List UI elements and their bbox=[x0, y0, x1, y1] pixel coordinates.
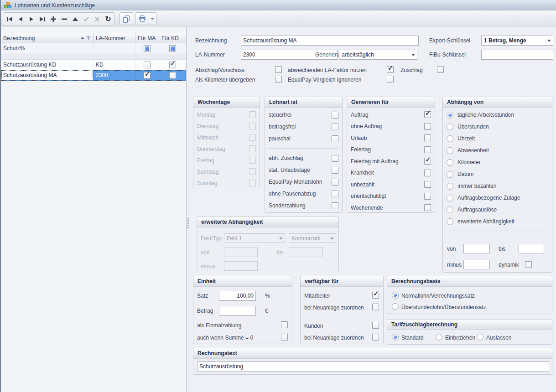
lohnart-checkbox[interactable] bbox=[332, 124, 338, 130]
print-options-button[interactable] bbox=[149, 12, 156, 25]
lohnart-checkbox[interactable] bbox=[332, 202, 338, 209]
abhaengig-option[interactable]: Kilometer bbox=[447, 156, 548, 168]
fuer-ma-checkbox[interactable] bbox=[144, 62, 151, 68]
kunden-checkbox[interactable] bbox=[372, 322, 379, 329]
print-button[interactable] bbox=[135, 12, 149, 25]
first-record-button[interactable] bbox=[4, 14, 15, 25]
kd-neuanlage-checkbox[interactable] bbox=[372, 334, 379, 340]
typ-combo[interactable]: Kommazahl bbox=[289, 233, 336, 243]
table-row-selected[interactable]: Schutzausrüstung MA 2300 bbox=[1, 70, 186, 81]
fuer-kd-checkbox[interactable] bbox=[169, 72, 176, 79]
generieren-checkbox[interactable] bbox=[424, 170, 431, 176]
abhaengig-option[interactable]: tägliche Arbeitsstunden bbox=[447, 109, 548, 121]
chevron-down-icon[interactable] bbox=[410, 50, 417, 59]
radio-button[interactable] bbox=[392, 292, 399, 299]
column-header-fuer-ma[interactable]: Für MA bbox=[135, 33, 159, 43]
fuer-ma-checkbox[interactable] bbox=[144, 45, 151, 52]
lohnart-checkbox[interactable] bbox=[332, 191, 338, 197]
rechnungstext-input[interactable] bbox=[197, 361, 549, 371]
radio-button[interactable] bbox=[447, 147, 453, 154]
radio-button[interactable] bbox=[447, 195, 453, 201]
radio-button[interactable] bbox=[447, 171, 453, 178]
radio-button[interactable] bbox=[392, 334, 399, 340]
weekday-checkbox[interactable] bbox=[249, 180, 256, 186]
radio-button[interactable] bbox=[447, 124, 453, 130]
abschlag-checkbox[interactable] bbox=[275, 66, 282, 73]
previous-record-button[interactable] bbox=[15, 14, 26, 25]
column-header-bezeichnung[interactable]: Bezeichnung bbox=[1, 33, 94, 43]
chevron-down-icon[interactable] bbox=[546, 36, 553, 45]
mitarbeiter-checkbox[interactable] bbox=[372, 292, 379, 299]
abhaengig-option[interactable]: Uhrzeit bbox=[447, 133, 548, 144]
weekday-checkbox[interactable] bbox=[249, 157, 256, 164]
weekday-checkbox[interactable] bbox=[249, 168, 256, 175]
generieren-checkbox[interactable] bbox=[424, 181, 431, 188]
radio-button[interactable] bbox=[447, 206, 453, 213]
generieren-checkbox[interactable] bbox=[424, 204, 431, 211]
bis-input[interactable] bbox=[289, 248, 323, 257]
equalpay-checkbox[interactable] bbox=[387, 76, 394, 83]
generierung-combo[interactable]: arbeitstäglich bbox=[339, 50, 417, 60]
abhaengig-option[interactable]: Datum bbox=[447, 168, 548, 180]
zuschlag-checkbox[interactable] bbox=[437, 66, 444, 73]
refresh-button[interactable]: ↻ bbox=[103, 14, 114, 25]
weekday-checkbox[interactable] bbox=[249, 111, 256, 118]
export-schluessel-combo[interactable]: 1 Betrag, Menge bbox=[481, 36, 553, 46]
von-input[interactable] bbox=[224, 248, 258, 257]
abhaengig-option[interactable]: Auftragsauslöse bbox=[447, 204, 548, 216]
lohnart-checkbox[interactable] bbox=[332, 112, 338, 119]
betrag-input[interactable] bbox=[219, 306, 256, 316]
table-row[interactable]: Schutzausrüstung KD KD bbox=[1, 60, 186, 70]
fuer-kd-checkbox[interactable] bbox=[169, 62, 176, 68]
post-changes-button[interactable] bbox=[81, 14, 92, 25]
generieren-checkbox[interactable] bbox=[424, 111, 431, 118]
column-header-fuer-kd[interactable]: Für KD bbox=[159, 33, 186, 43]
weekday-checkbox[interactable] bbox=[249, 134, 256, 141]
edit-record-button[interactable] bbox=[70, 14, 81, 25]
radio-button[interactable] bbox=[447, 112, 453, 119]
fuer-kd-checkbox[interactable] bbox=[169, 45, 176, 52]
abhaengig-option[interactable]: Auftragsbezogene Zulage bbox=[447, 192, 548, 204]
radio-button[interactable] bbox=[447, 159, 453, 166]
delete-record-button[interactable] bbox=[59, 14, 70, 25]
next-record-button[interactable] bbox=[26, 14, 37, 25]
lohnart-checkbox[interactable] bbox=[332, 167, 338, 174]
lohnart-checkbox[interactable] bbox=[332, 179, 338, 186]
table-row[interactable]: Schutz% bbox=[1, 43, 186, 54]
minus-input[interactable] bbox=[224, 261, 258, 271]
generieren-checkbox[interactable] bbox=[424, 146, 431, 153]
generieren-checkbox[interactable] bbox=[424, 134, 431, 141]
generieren-checkbox[interactable] bbox=[424, 158, 431, 165]
feld-combo[interactable]: Feld 1 bbox=[224, 233, 285, 243]
von-input[interactable] bbox=[463, 244, 490, 253]
abhaengig-option[interactable]: Überstunden bbox=[447, 121, 548, 133]
cancel-changes-button[interactable] bbox=[92, 14, 103, 25]
fibu-schluessel-input[interactable] bbox=[481, 50, 553, 60]
layout-splitter-handle[interactable] bbox=[187, 218, 189, 229]
radio-button[interactable] bbox=[477, 334, 483, 340]
kilometer-checkbox[interactable] bbox=[275, 76, 282, 83]
insert-record-button[interactable] bbox=[48, 14, 59, 25]
copy-button[interactable] bbox=[120, 12, 133, 25]
abhaengig-option[interactable]: erweiterte Abhängigkeit bbox=[447, 216, 548, 227]
filter-icon[interactable] bbox=[86, 36, 91, 41]
radio-button[interactable] bbox=[447, 218, 453, 225]
weekday-checkbox[interactable] bbox=[249, 145, 256, 152]
lohnart-checkbox[interactable] bbox=[332, 135, 338, 142]
column-header-la-nummer[interactable]: LA-Nummer bbox=[94, 33, 135, 43]
radio-button[interactable] bbox=[447, 135, 453, 142]
abhaengig-option[interactable]: immer bezahlen bbox=[447, 180, 548, 192]
satz-input[interactable] bbox=[219, 291, 256, 301]
generieren-checkbox[interactable] bbox=[424, 193, 431, 200]
summe-null-checkbox[interactable] bbox=[281, 334, 288, 340]
radio-button[interactable] bbox=[436, 334, 442, 340]
abhaengig-option[interactable]: Abwesenheit bbox=[447, 144, 548, 156]
bezeichnung-input[interactable] bbox=[241, 36, 419, 46]
last-record-button[interactable] bbox=[37, 14, 48, 25]
bis-input[interactable] bbox=[519, 244, 544, 253]
fuer-ma-checkbox[interactable] bbox=[144, 72, 151, 79]
minus-input[interactable] bbox=[463, 260, 490, 269]
einmalzahlung-checkbox[interactable] bbox=[281, 321, 288, 328]
generieren-checkbox[interactable] bbox=[424, 123, 431, 130]
weekday-checkbox[interactable] bbox=[249, 123, 256, 129]
